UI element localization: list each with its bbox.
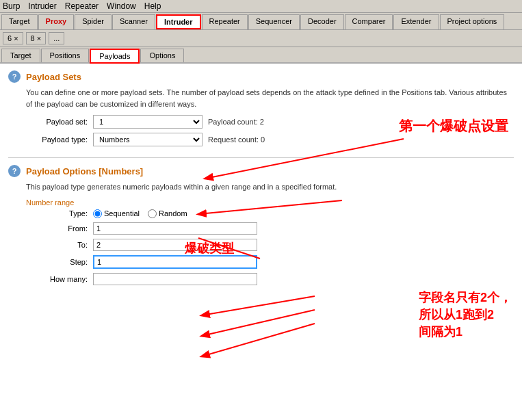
random-radio[interactable]: Random: [148, 209, 187, 218]
from-label: From:: [26, 224, 88, 233]
content-area: ? Payload Sets You can define one or mor…: [0, 64, 522, 420]
payload-type-row: Payload type: Numbers Simple list Runtim…: [26, 133, 514, 146]
tab-positions[interactable]: Positions: [41, 49, 90, 62]
tab-payloads[interactable]: Payloads: [90, 49, 140, 64]
secondary-tab-bar: Target Positions Payloads Options: [0, 47, 522, 64]
session-8-btn[interactable]: 8 ×: [26, 32, 47, 44]
tab-proxy[interactable]: Proxy: [38, 14, 75, 29]
menu-window[interactable]: Window: [107, 1, 136, 11]
tab-decoder[interactable]: Decoder: [300, 14, 344, 29]
tab-options[interactable]: Options: [140, 49, 184, 62]
payload-set-select[interactable]: 1 2 3: [93, 115, 203, 129]
tab-intruder[interactable]: Intruder: [156, 14, 201, 29]
menu-repeater[interactable]: Repeater: [65, 1, 99, 11]
sequential-radio[interactable]: Sequential: [93, 209, 140, 218]
menu-intruder[interactable]: Intruder: [28, 1, 56, 11]
from-input[interactable]: [93, 222, 257, 235]
payload-options-description: This payload type generates numeric payl…: [26, 181, 514, 193]
tab-target-secondary[interactable]: Target: [1, 49, 40, 62]
help-button-options[interactable]: ?: [8, 165, 21, 177]
tab-project-options[interactable]: Project options: [440, 14, 505, 29]
tab-scanner[interactable]: Scanner: [112, 14, 155, 29]
payload-count-label: Payload count: 2: [208, 118, 264, 126]
type-row: Type: Sequential Random: [26, 209, 514, 218]
from-row: From:: [26, 222, 514, 235]
range-label: Number range: [26, 198, 514, 207]
howmany-row: How many:: [26, 273, 514, 285]
payload-sets-title: Payload Sets: [26, 72, 81, 82]
payload-set-row: Payload set: 1 2 3 Payload count: 2: [26, 115, 514, 129]
tab-comparer[interactable]: Comparer: [345, 14, 393, 29]
howmany-label: How many:: [26, 275, 88, 283]
tab-extender[interactable]: Extender: [393, 14, 439, 29]
step-row: Step:: [26, 255, 514, 269]
payload-set-label: Payload set:: [26, 118, 88, 126]
to-input[interactable]: [93, 239, 257, 251]
sub-toolbar: 6 × 8 × ...: [0, 30, 522, 47]
step-input[interactable]: [93, 255, 257, 269]
menu-burp[interactable]: Burp: [3, 1, 20, 11]
main-tab-bar: Target Proxy Spider Scanner Intruder Rep…: [0, 13, 522, 30]
step-label: Step:: [26, 258, 88, 266]
tab-spider[interactable]: Spider: [75, 14, 112, 29]
session-6-btn[interactable]: 6 ×: [3, 32, 23, 44]
tab-sequencer[interactable]: Sequencer: [248, 14, 300, 29]
payload-type-select[interactable]: Numbers Simple list Runtime file Custom …: [93, 133, 203, 146]
payload-options-title: Payload Options [Numbers]: [26, 166, 143, 176]
menu-help[interactable]: Help: [144, 1, 161, 11]
payload-options-section: ? Payload Options [Numbers] This payload…: [8, 165, 514, 285]
type-label: Type:: [26, 209, 88, 218]
menu-bar: Burp Intruder Repeater Window Help: [0, 0, 522, 13]
to-row: To:: [26, 239, 514, 251]
tab-repeater[interactable]: Repeater: [202, 14, 248, 29]
to-label: To:: [26, 241, 88, 249]
tab-target[interactable]: Target: [1, 14, 38, 29]
type-radio-group: Sequential Random: [93, 209, 187, 218]
request-count-label: Request count: 0: [208, 135, 265, 144]
payload-type-label: Payload type:: [26, 135, 88, 144]
help-button-sets[interactable]: ?: [8, 70, 21, 83]
howmany-input[interactable]: [93, 273, 257, 285]
more-btn[interactable]: ...: [49, 32, 64, 44]
payload-sets-section: ? Payload Sets You can define one or mor…: [8, 70, 514, 146]
payload-sets-description: You can define one or more payload sets.…: [26, 87, 514, 109]
